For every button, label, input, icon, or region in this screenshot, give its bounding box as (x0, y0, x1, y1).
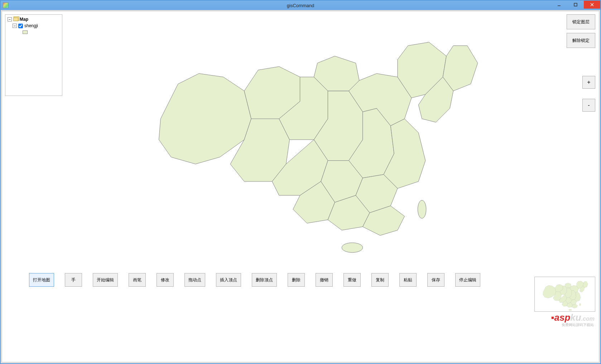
maximize-button[interactable] (567, 1, 584, 9)
titlebar: gisCommand (1, 1, 600, 10)
layer-color-swatch (23, 30, 28, 34)
lock-buttons: 锁定图层 解除锁定 (567, 14, 595, 48)
redo-button[interactable]: 重做 (343, 273, 361, 287)
watermark-gray: ku (570, 312, 581, 323)
svg-point-5 (418, 200, 426, 219)
overview-map[interactable] (534, 277, 595, 312)
zoom-out-button[interactable]: - (582, 99, 595, 112)
watermark-subtitle: 免费网站源码下载站 (562, 322, 594, 327)
lock-layer-button[interactable]: 锁定图层 (567, 14, 595, 29)
insert-vertex-button[interactable]: 插入顶点 (216, 273, 241, 287)
overview-china-icon (535, 277, 595, 311)
watermark-logo: ▪aspku.com (551, 312, 595, 323)
minimize-icon (557, 3, 561, 7)
svg-point-4 (342, 243, 362, 252)
copy-button[interactable]: 复制 (371, 273, 389, 287)
client-area: − Map − shengji 需要锁定的图层： shengji (2, 11, 599, 362)
open-map-button[interactable]: 打开地图 (29, 273, 54, 287)
map-layers-icon (13, 18, 18, 21)
zoom-buttons: + - (582, 76, 595, 112)
close-icon (590, 3, 594, 7)
save-button[interactable]: 保存 (427, 273, 444, 287)
tree-root-label: Map (20, 17, 28, 22)
window-title: gisCommand (287, 3, 314, 8)
modify-button[interactable]: 修改 (157, 273, 174, 287)
watermark-suffix: .com (581, 316, 595, 322)
close-button[interactable] (584, 1, 600, 9)
map-canvas[interactable] (65, 14, 563, 258)
unlock-layer-button[interactable]: 解除锁定 (567, 33, 595, 48)
minimize-button[interactable] (551, 1, 567, 9)
drag-point-button[interactable]: 拖动点 (184, 273, 205, 287)
zoom-in-button[interactable]: + (582, 76, 595, 89)
app-window: gisCommand − Map − shen (0, 0, 601, 364)
bottom-toolbar: 打开地图 手 开始编辑 画笔 修改 拖动点 插入顶点 删除顶点 删除 撤销 重做… (29, 273, 480, 287)
undo-button[interactable]: 撤销 (316, 273, 333, 287)
layer-tree-panel: − Map − shengji (5, 14, 62, 96)
layer-visibility-checkbox[interactable] (18, 24, 23, 28)
svg-point-6 (569, 309, 572, 311)
paste-button[interactable]: 粘贴 (399, 273, 417, 287)
window-controls (551, 1, 600, 9)
svg-rect-1 (574, 3, 577, 6)
tree-swatch-row (8, 29, 60, 35)
stop-edit-button[interactable]: 停止编辑 (455, 273, 480, 287)
watermark-red: asp (554, 312, 571, 323)
tree-root-row[interactable]: − Map (8, 16, 60, 23)
tree-layer-label: shengji (24, 23, 38, 28)
delete-button[interactable]: 删除 (288, 273, 305, 287)
svg-point-7 (580, 303, 581, 306)
hand-tool-button[interactable]: 手 (65, 273, 82, 287)
delete-vertex-button[interactable]: 删除顶点 (252, 273, 277, 287)
china-map (65, 14, 563, 258)
tree-collapse-icon[interactable]: − (13, 24, 17, 28)
brush-button[interactable]: 画笔 (129, 273, 146, 287)
app-icon (3, 3, 9, 8)
watermark-bullet: ▪ (551, 312, 554, 323)
tree-collapse-icon[interactable]: − (8, 17, 12, 21)
maximize-icon (573, 3, 578, 7)
tree-layer-row[interactable]: − shengji (8, 23, 60, 29)
start-edit-button[interactable]: 开始编辑 (93, 273, 118, 287)
